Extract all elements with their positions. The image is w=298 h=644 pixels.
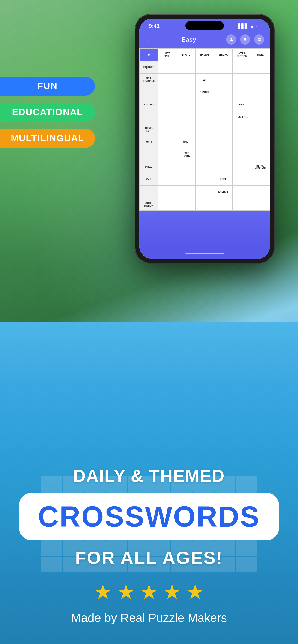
star-3: ★	[140, 580, 158, 604]
bottom-content: DAILY & THEMED CROSSWORDS FOR ALL AGES! …	[0, 466, 298, 644]
grid-cell[interactable]	[251, 61, 270, 74]
grid-cell[interactable]	[158, 124, 177, 136]
grid-cell[interactable]	[214, 111, 233, 124]
clue-cell: EQUINES	[140, 61, 158, 74]
grid-cell[interactable]	[232, 124, 251, 136]
grid-cell[interactable]	[232, 173, 251, 186]
table-row: EQUINES	[140, 61, 270, 74]
back-button[interactable]: ←	[145, 36, 152, 43]
grid-cell[interactable]	[177, 86, 196, 98]
grid-cell[interactable]	[251, 186, 270, 198]
grid-cell[interactable]	[158, 161, 177, 173]
grid-cell[interactable]	[177, 111, 196, 124]
grid-cell[interactable]	[158, 186, 177, 198]
grid-cell[interactable]	[158, 111, 177, 124]
grid-cell[interactable]	[232, 161, 251, 173]
fun-label: FUN	[37, 81, 58, 91]
header-cell: HOTSPELL	[158, 49, 177, 61]
grid-cell[interactable]	[251, 173, 270, 186]
feature-badges: FUN EDUCATIONAL MULTILINGUAL	[0, 77, 95, 148]
grid-cell[interactable]	[158, 173, 177, 186]
grid-cell[interactable]	[177, 124, 196, 136]
grid-cell[interactable]	[158, 136, 177, 148]
table-row: WATT WANT	[140, 136, 270, 148]
phone-mockup: 9:41 ▋▋▋ ▲ ▭ ← Easy	[135, 14, 274, 263]
grid-cell[interactable]	[177, 61, 196, 74]
grid-cell[interactable]	[214, 86, 233, 98]
tagline-bottom: FOR ALL AGES!	[0, 548, 298, 568]
crosswords-title: CROSSWORDS	[38, 500, 260, 533]
answer-cell: HOG TYPE	[232, 111, 251, 124]
grid-cell[interactable]	[251, 74, 270, 86]
grid-cell[interactable]	[214, 198, 233, 210]
grid-cell[interactable]	[214, 136, 233, 148]
grid-cell[interactable]	[195, 186, 214, 198]
grid-cell[interactable]	[251, 198, 270, 210]
grid-cell[interactable]	[195, 98, 214, 111]
grid-cell[interactable]	[195, 148, 214, 161]
grid-cell[interactable]	[158, 86, 177, 98]
grid-cell[interactable]	[177, 98, 196, 111]
grid-cell[interactable]	[158, 198, 177, 210]
settings-icon[interactable]	[254, 34, 264, 44]
star-1: ★	[94, 580, 112, 604]
table-row: SUBJECT EAST	[140, 98, 270, 111]
grid-cell[interactable]	[251, 111, 270, 124]
clue-cell: FOREXAMPLE	[140, 74, 158, 86]
grid-cell[interactable]	[232, 86, 251, 98]
header-title: Easy	[182, 36, 196, 43]
educational-badge: EDUCATIONAL	[0, 103, 95, 122]
phone-bottom-area	[139, 210, 270, 249]
grid-cell[interactable]	[214, 74, 233, 86]
status-time: 9:41	[149, 23, 160, 29]
hint-icon[interactable]	[240, 34, 250, 44]
clue-cell: SUBJECT	[140, 98, 158, 111]
grid-cell[interactable]	[251, 124, 270, 136]
grid-cell[interactable]	[251, 98, 270, 111]
grid-cell[interactable]	[251, 148, 270, 161]
grid-cell[interactable]	[195, 61, 214, 74]
grid-cell[interactable]	[158, 98, 177, 111]
battery-icon: ▭	[256, 24, 260, 29]
grid-cell[interactable]	[195, 161, 214, 173]
grid-cell[interactable]	[214, 98, 233, 111]
table-row: USEDTO BE	[140, 148, 270, 161]
clue-cell	[140, 86, 158, 98]
grid-cell[interactable]	[232, 136, 251, 148]
signal-icon: ▋▋▋	[238, 24, 248, 29]
educational-label: EDUCATIONAL	[12, 107, 83, 118]
grid-cell[interactable]	[214, 148, 233, 161]
table-row: FOREXAMPLE ELF	[140, 74, 270, 86]
grid-cell[interactable]	[195, 124, 214, 136]
grid-cell[interactable]	[214, 61, 233, 74]
grid-cell[interactable]	[251, 86, 270, 98]
grid-cell[interactable]	[214, 124, 233, 136]
grid-cell[interactable]	[232, 74, 251, 86]
table-row: HOG TYPE	[140, 111, 270, 124]
grid-cell[interactable]	[232, 61, 251, 74]
grid-cell[interactable]	[232, 198, 251, 210]
grid-cell[interactable]	[195, 111, 214, 124]
grid-cell[interactable]	[158, 148, 177, 161]
profile-icon[interactable]	[226, 34, 236, 44]
grid-cell[interactable]	[177, 161, 196, 173]
grid-cell[interactable]	[232, 148, 251, 161]
answer-cell: ELF	[195, 74, 214, 86]
grid-cell[interactable]	[251, 136, 270, 148]
table-row: DEVE-LOP	[140, 124, 270, 136]
clue-cell: CAR	[140, 173, 158, 186]
grid-cell[interactable]	[195, 198, 214, 210]
grid-cell[interactable]	[177, 198, 196, 210]
grid-cell[interactable]	[232, 186, 251, 198]
grid-cell[interactable]	[158, 74, 177, 86]
grid-cell[interactable]	[214, 161, 233, 173]
grid-cell[interactable]	[177, 173, 196, 186]
grid-cell[interactable]	[195, 173, 214, 186]
grid-cell[interactable]	[158, 61, 177, 74]
grid-cell[interactable]	[195, 136, 214, 148]
fun-badge: FUN	[0, 77, 95, 96]
clue-cell: WATT	[140, 136, 158, 148]
header-cell: INTER-JECTION	[232, 49, 251, 61]
grid-cell[interactable]	[177, 186, 196, 198]
grid-cell[interactable]	[177, 74, 196, 86]
